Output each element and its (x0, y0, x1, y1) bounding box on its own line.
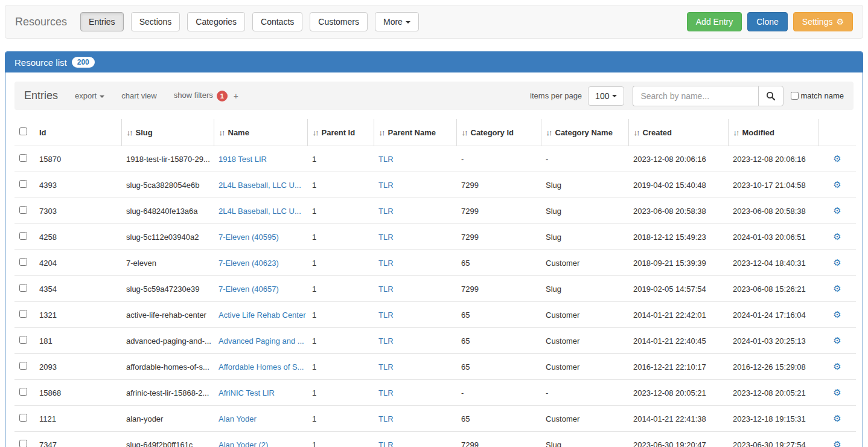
row-checkbox[interactable] (19, 414, 27, 422)
column-header-id: Id (34, 119, 121, 146)
column-header-created[interactable]: ↓↑Created (628, 119, 728, 146)
parent-name-link[interactable]: TLR (378, 181, 394, 190)
entry-name-link[interactable]: 2L4L Baseball, LLC U... (219, 181, 301, 190)
row-settings-button[interactable]: ⚙ (828, 388, 846, 397)
row-settings-button[interactable]: ⚙ (828, 336, 846, 345)
row-settings-button[interactable]: ⚙ (828, 258, 846, 267)
select-all-checkbox[interactable] (19, 127, 27, 135)
row-checkbox[interactable] (19, 440, 27, 447)
entry-name-link[interactable]: 1918 Test LIR (219, 155, 267, 164)
entry-name-link[interactable]: Affordable Homes of S... (219, 362, 304, 371)
column-header-category_name[interactable]: ↓↑Category Name (541, 119, 628, 146)
gear-icon: ⚙ (833, 335, 841, 346)
cell-parent-id: 1 (307, 276, 374, 302)
row-checkbox[interactable] (19, 154, 27, 162)
cell-category-id: 65 (456, 302, 541, 328)
items-per-page-select[interactable]: 100 (588, 86, 624, 106)
entry-name-link[interactable]: 7-Eleven (40595) (219, 233, 279, 242)
cell-slug: afrinic-test-lir-15868-2... (121, 380, 214, 406)
search-button[interactable] (758, 86, 783, 106)
parent-name-link[interactable]: TLR (378, 388, 394, 397)
add-filter-button[interactable]: + (234, 91, 238, 101)
cell-name: 1918 Test LIR (214, 146, 307, 172)
cell-category-name: Customer (541, 328, 628, 354)
parent-name-link[interactable]: TLR (378, 285, 394, 294)
show-filters-link[interactable]: show filters1 (174, 91, 228, 101)
row-select-cell (14, 354, 34, 380)
row-checkbox[interactable] (19, 232, 27, 240)
nav-tab-sections[interactable]: Sections (131, 12, 180, 31)
row-settings-button[interactable]: ⚙ (828, 206, 846, 215)
nav-tab-entries[interactable]: Entries (80, 12, 124, 31)
row-settings-button[interactable]: ⚙ (828, 284, 846, 293)
entry-name-link[interactable]: Alan Yoder (2) (219, 440, 268, 447)
cell-id: 181 (34, 328, 121, 354)
row-actions-cell: ⚙ (819, 224, 856, 250)
entry-name-link[interactable]: Advanced Paging and ... (219, 336, 304, 346)
parent-name-link[interactable]: TLR (378, 155, 394, 164)
parent-name-link[interactable]: TLR (378, 233, 394, 242)
export-dropdown[interactable]: export (75, 91, 104, 100)
column-header-parent_name[interactable]: ↓↑Parent Name (374, 119, 456, 146)
cell-slug: slug-649f2b0ff161c (121, 432, 214, 447)
add-entry-button[interactable]: Add Entry (687, 12, 742, 31)
search-group (633, 86, 783, 106)
row-settings-button[interactable]: ⚙ (828, 362, 846, 371)
column-header-name[interactable]: ↓↑Name (214, 119, 307, 146)
top-navbar: Resources EntriesSectionsCategoriesConta… (5, 5, 863, 39)
gear-icon: ⚙ (833, 283, 841, 294)
nav-tab-contacts[interactable]: Contacts (252, 12, 302, 31)
column-header-category_id[interactable]: ↓↑Category Id (456, 119, 541, 146)
gear-icon: ⚙ (833, 179, 841, 190)
cell-parent-id: 1 (307, 432, 374, 447)
row-settings-button[interactable]: ⚙ (828, 154, 846, 163)
row-settings-button[interactable]: ⚙ (828, 180, 846, 189)
row-checkbox[interactable] (19, 206, 27, 214)
nav-tab-customers[interactable]: Customers (310, 12, 368, 31)
row-checkbox[interactable] (19, 284, 27, 292)
table-row: 15868 afrinic-test-lir-15868-2... AfriNI… (14, 380, 856, 406)
parent-name-link[interactable]: TLR (378, 259, 394, 268)
row-checkbox[interactable] (19, 180, 27, 188)
parent-name-link[interactable]: TLR (378, 310, 394, 320)
row-checkbox[interactable] (19, 310, 27, 318)
settings-button[interactable]: Settings⚙ (793, 12, 853, 31)
cell-name: 2L4L Baseball, LLC U... (214, 198, 307, 224)
row-checkbox[interactable] (19, 336, 27, 344)
match-name-label[interactable]: match name (800, 91, 844, 100)
row-settings-button[interactable]: ⚙ (828, 414, 846, 423)
search-input[interactable] (633, 86, 758, 106)
row-checkbox[interactable] (19, 362, 27, 370)
chart-view-link[interactable]: chart view (121, 91, 157, 100)
entry-name-link[interactable]: AfriNIC Test LIR (219, 388, 275, 397)
row-checkbox[interactable] (19, 388, 27, 396)
parent-name-link[interactable]: TLR (378, 207, 394, 216)
cell-name: 7-Eleven (40595) (214, 224, 307, 250)
clone-button[interactable]: Clone (747, 12, 788, 31)
column-header-modified[interactable]: ↓↑Modified (728, 119, 819, 146)
cell-created: 2018-12-12 15:49:23 (628, 224, 728, 250)
parent-name-link[interactable]: TLR (378, 362, 394, 371)
parent-name-link[interactable]: TLR (378, 414, 394, 423)
cell-id: 4393 (34, 172, 121, 198)
nav-tab-more[interactable]: More (375, 12, 419, 31)
entry-name-link[interactable]: Alan Yoder (219, 414, 257, 423)
row-settings-button[interactable]: ⚙ (828, 310, 846, 319)
row-checkbox[interactable] (19, 258, 27, 266)
parent-name-link[interactable]: TLR (378, 440, 394, 447)
caret-down-icon (612, 95, 617, 97)
entry-name-link[interactable]: 7-Eleven (40657) (219, 285, 279, 294)
entries-toolbar: Entries export chart view show filters1 … (14, 82, 854, 110)
entry-name-link[interactable]: 7-Eleven (40623) (219, 259, 279, 268)
match-name-checkbox[interactable] (791, 92, 799, 100)
row-settings-button[interactable]: ⚙ (828, 232, 846, 241)
panel-heading: Resource list 200 (5, 52, 863, 72)
nav-tab-categories[interactable]: Categories (187, 12, 245, 31)
entry-name-link[interactable]: 2L4L Baseball, LLC U... (219, 207, 301, 216)
row-settings-button[interactable]: ⚙ (828, 440, 846, 447)
parent-name-link[interactable]: TLR (378, 336, 394, 346)
entry-name-link[interactable]: Active Life Rehab Center (219, 310, 306, 320)
cell-id: 15870 (34, 146, 121, 172)
column-header-slug[interactable]: ↓↑Slug (121, 119, 214, 146)
column-header-parent_id[interactable]: ↓↑Parent Id (307, 119, 374, 146)
